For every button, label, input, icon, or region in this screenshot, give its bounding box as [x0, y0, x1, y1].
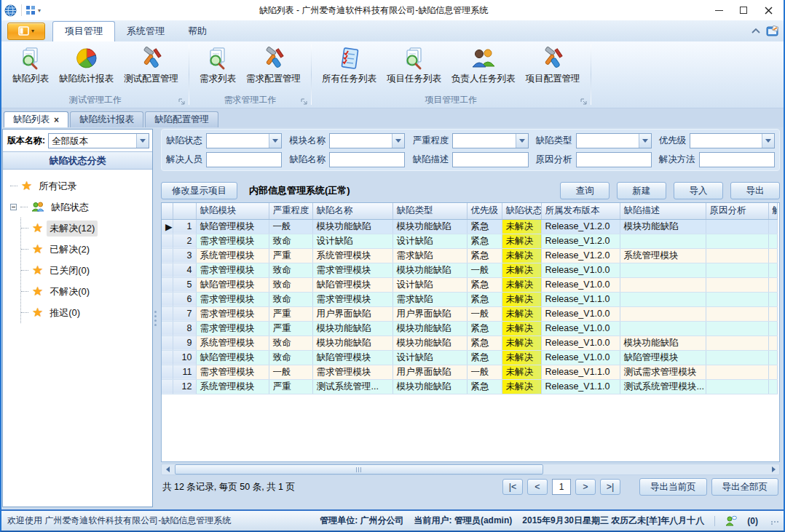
filter-combo-module-name[interactable] [329, 133, 405, 148]
ribbon-button-defect-list[interactable]: 缺陷列表 [7, 44, 54, 87]
query-button[interactable]: 查询 [560, 182, 610, 199]
close-button[interactable] [756, 1, 781, 19]
ribbon-tab-help[interactable]: 帮助 [176, 22, 218, 41]
filter-combo-severity[interactable] [452, 133, 528, 148]
table-row[interactable]: 7需求管理模块严重用户界面缺陷用户界面缺陷一般未解决Release_V1.0.0 [162, 306, 777, 321]
collapse-ribbon-icon[interactable] [752, 28, 760, 34]
column-header[interactable]: 所属发布版本 [541, 203, 620, 219]
table-cell: 需求管理模块 [196, 263, 269, 277]
filter-text-solution[interactable] [699, 152, 775, 167]
tree-item-closed[interactable]: ★已关闭(0) [21, 260, 149, 281]
table-row[interactable]: 11需求管理模块一般需求管理模块用户界面缺陷一般未解决Release_V1.1.… [162, 365, 777, 379]
prev-page-button[interactable]: < [527, 479, 548, 495]
first-page-button[interactable]: |< [502, 479, 523, 495]
doc-tab-defect-list[interactable]: 缺陷列表× [4, 111, 68, 127]
quick-access-icon[interactable] [26, 6, 36, 15]
ribbon-button-requirement-list[interactable]: 需求列表 [194, 44, 241, 87]
ribbon-button-project-config[interactable]: 项目配置管理 [521, 44, 585, 87]
minimize-button[interactable] [706, 1, 731, 19]
table-cell [768, 306, 777, 321]
ribbon-button-test-config[interactable]: 测试配置管理 [119, 44, 184, 87]
scroll-right-icon[interactable] [768, 464, 779, 475]
panel-splitter[interactable] [153, 127, 158, 509]
tree-item-postponed[interactable]: ★推迟(0) [21, 302, 149, 323]
export-all-pages-button[interactable]: 导出全部页 [711, 478, 779, 496]
doc-tab-defect-config[interactable]: 缺陷配置管理 [145, 111, 218, 127]
table-row[interactable]: 10缺陷管理模块致命缺陷管理模块设计缺陷紧急未解决Release_V1.0.0缺… [162, 350, 777, 365]
tree-collapse-icon[interactable] [10, 204, 17, 210]
ribbon-button-owner-tasks[interactable]: 负责人任务列表 [446, 44, 521, 87]
filter-combo-priority[interactable] [690, 133, 775, 148]
tools-icon [540, 46, 565, 71]
filter-text-resolver[interactable] [206, 152, 282, 167]
import-button[interactable]: 导入 [674, 182, 723, 199]
table-row[interactable]: 2需求管理模块致命设计缺陷设计缺陷紧急未解决Release_V1.2.0 [162, 234, 777, 248]
column-header[interactable]: 缺陷模块 [196, 203, 269, 219]
export-current-page-button[interactable]: 导出当前页 [639, 478, 707, 496]
tab-close-icon[interactable]: × [54, 116, 59, 124]
horizontal-scrollbar[interactable] [161, 464, 780, 475]
online-users-icon[interactable] [725, 515, 737, 526]
ribbon-tab-system-management[interactable]: 系统管理 [115, 22, 176, 41]
ribbon-tab-project-management[interactable]: 项目管理 [52, 21, 115, 41]
column-header[interactable]: 原因分析 [706, 203, 768, 219]
filter-text-defect-name[interactable] [329, 152, 405, 167]
table-row[interactable]: ▶1缺陷管理模块一般模块功能缺陷模块功能缺陷紧急未解决Release_V1.2.… [162, 219, 777, 234]
resize-grip-icon[interactable] [771, 521, 779, 525]
tree-item-defect-status[interactable]: 缺陷状态 [10, 196, 149, 218]
table-row[interactable]: 4需求管理模块致命需求管理模块模块功能缺陷一般未解决Release_V1.0.0 [162, 263, 777, 277]
scrollbar-thumb[interactable] [175, 464, 543, 475]
combobox-arrow-icon[interactable] [269, 134, 281, 148]
export-button[interactable]: 导出 [730, 182, 780, 199]
dialog-launcher-icon[interactable] [178, 98, 185, 105]
filter-label-defect-status: 缺陷状态 [166, 135, 202, 147]
table-row[interactable]: 5缺陷管理模块致命缺陷管理模块设计缺陷紧急未解决Release_V1.0.0 [162, 277, 777, 292]
combobox-arrow-icon[interactable] [639, 134, 651, 148]
page-number-input[interactable]: 1 [552, 479, 571, 495]
dialog-launcher-icon[interactable] [580, 98, 587, 105]
column-header[interactable]: 严重程度 [269, 203, 312, 219]
version-combobox[interactable]: 全部版本 [48, 133, 149, 148]
column-header[interactable]: 缺陷描述 [620, 203, 706, 219]
column-header[interactable]: 缺陷名称 [312, 203, 392, 219]
about-window-icon[interactable] [766, 25, 779, 37]
application-menu-button[interactable]: ▾ [7, 23, 45, 40]
ribbon-button-defect-report[interactable]: 缺陷统计报表 [54, 44, 119, 87]
tree-item-all-records[interactable]: ★所有记录 [10, 175, 149, 196]
column-header[interactable]: 缺陷类型 [392, 203, 467, 219]
combobox-arrow-icon[interactable] [762, 134, 774, 148]
ribbon-button-requirement-config[interactable]: 需求配置管理 [241, 44, 306, 87]
table-cell: 缺陷管理模块 [312, 350, 392, 365]
table-row[interactable]: 9系统管理模块致命模块功能缺陷模块功能缺陷紧急未解决Release_V1.0.0… [162, 336, 777, 350]
column-header[interactable]: 解决方法 [768, 203, 777, 219]
table-cell: 紧急 [467, 379, 502, 394]
table-cell [706, 365, 768, 379]
doc-tab-defect-report[interactable]: 缺陷统计报表 [70, 111, 143, 127]
next-page-button[interactable]: > [575, 479, 596, 495]
tree-item-wont-fix[interactable]: ★不解决(0) [21, 281, 149, 302]
column-header[interactable]: 缺陷状态 [502, 203, 541, 219]
new-button[interactable]: 新建 [617, 182, 666, 199]
table-row[interactable]: 12系统管理模块严重测试系统管理...模块功能缺陷紧急未解决Release_V1… [162, 379, 777, 394]
tree-item-resolved[interactable]: ★已解决(2) [21, 239, 149, 260]
table-row[interactable]: 3系统管理模块严重系统管理模块需求缺陷紧急未解决Release_V1.2.0系统… [162, 248, 777, 263]
version-combobox-arrow-icon[interactable] [136, 134, 149, 148]
ribbon-button-all-tasks[interactable]: 所有任务列表 [317, 44, 382, 87]
modify-columns-button[interactable]: 修改显示项目 [161, 182, 237, 199]
scroll-left-icon[interactable] [162, 464, 173, 475]
filter-text-cause-analysis[interactable] [576, 152, 652, 167]
column-header[interactable]: 优先级 [467, 203, 502, 219]
filter-combo-defect-type[interactable] [576, 133, 652, 148]
ribbon-button-project-tasks[interactable]: 项目任务列表 [382, 44, 446, 87]
last-page-button[interactable]: >| [600, 479, 620, 495]
table-row[interactable]: 6需求管理模块致命需求管理模块需求缺陷紧急未解决Release_V1.1.0 [162, 292, 777, 306]
combobox-arrow-icon[interactable] [392, 134, 404, 148]
maximize-button[interactable] [731, 1, 756, 19]
dialog-launcher-icon[interactable] [301, 98, 307, 105]
combobox-arrow-icon[interactable] [516, 134, 528, 148]
tree-item-unresolved[interactable]: ★未解决(12) [21, 218, 149, 239]
table-row[interactable]: 8需求管理模块严重模块功能缺陷模块功能缺陷紧急未解决Release_V1.0.0 [162, 321, 777, 336]
filter-text-defect-desc[interactable] [452, 152, 528, 167]
filter-combo-defect-status[interactable] [206, 133, 282, 148]
table-cell: 紧急 [467, 248, 502, 263]
